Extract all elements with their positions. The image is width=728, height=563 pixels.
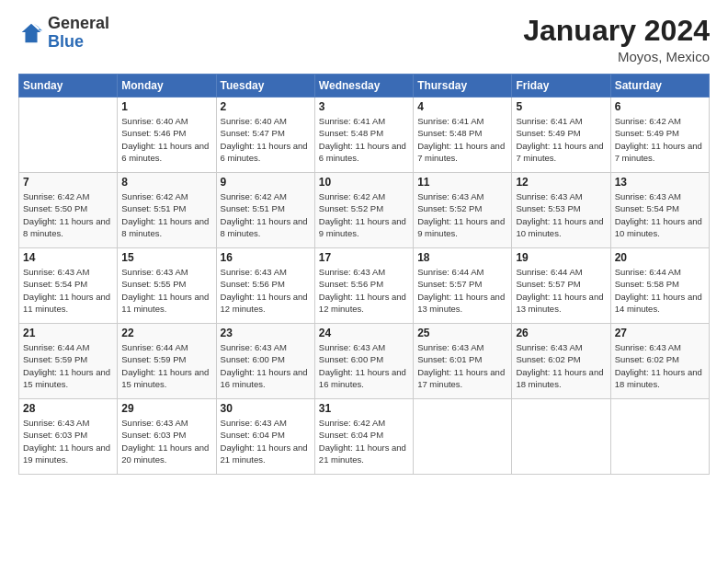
day-number: 5 [516,100,606,113]
day-cell: 18Sunrise: 6:44 AMSunset: 5:57 PMDayligh… [414,248,512,324]
month-year: January 2024 [523,15,710,47]
day-cell: 23Sunrise: 6:43 AMSunset: 6:00 PMDayligh… [216,324,314,399]
day-cell: 6Sunrise: 6:42 AMSunset: 5:49 PMDaylight… [610,98,709,173]
day-cell: 30Sunrise: 6:43 AMSunset: 6:04 PMDayligh… [216,399,314,475]
header-row: SundayMondayTuesdayWednesdayThursdayFrid… [19,75,710,98]
day-info: Sunrise: 6:42 AMSunset: 5:49 PMDaylight:… [615,115,705,164]
day-number: 1 [121,100,211,113]
day-info: Sunrise: 6:43 AMSunset: 6:02 PMDaylight:… [516,341,606,390]
day-cell: 31Sunrise: 6:42 AMSunset: 6:04 PMDayligh… [314,399,413,475]
calendar-table: SundayMondayTuesdayWednesdayThursdayFrid… [18,74,710,475]
day-number: 9 [221,176,311,189]
day-info: Sunrise: 6:40 AMSunset: 5:47 PMDaylight:… [221,115,311,164]
header: General Blue January 2024 Moyos, Mexico [18,15,710,64]
day-info: Sunrise: 6:42 AMSunset: 5:51 PMDaylight:… [221,190,311,239]
day-info: Sunrise: 6:41 AMSunset: 5:49 PMDaylight:… [516,115,606,164]
day-number: 17 [319,251,409,264]
header-cell-sunday: Sunday [19,75,118,98]
day-info: Sunrise: 6:43 AMSunset: 6:04 PMDaylight:… [221,417,311,465]
day-number: 21 [23,327,113,339]
day-cell: 2Sunrise: 6:40 AMSunset: 5:47 PMDaylight… [216,98,314,173]
day-cell: 20Sunrise: 6:44 AMSunset: 5:58 PMDayligh… [610,248,709,324]
day-info: Sunrise: 6:43 AMSunset: 5:55 PMDaylight:… [121,266,211,315]
day-number: 12 [516,176,606,189]
day-number: 14 [23,251,113,264]
header-cell-wednesday: Wednesday [314,75,413,98]
day-info: Sunrise: 6:43 AMSunset: 5:54 PMDaylight:… [615,190,705,239]
logo-text: General Blue [48,15,109,52]
location: Moyos, Mexico [523,49,710,64]
day-number: 15 [121,251,211,264]
day-cell: 8Sunrise: 6:42 AMSunset: 5:51 PMDaylight… [118,173,216,248]
day-cell: 29Sunrise: 6:43 AMSunset: 6:03 PMDayligh… [118,399,216,475]
day-number: 11 [417,176,507,189]
day-cell: 14Sunrise: 6:43 AMSunset: 5:54 PMDayligh… [19,248,118,324]
title-block: January 2024 Moyos, Mexico [523,15,710,64]
header-cell-tuesday: Tuesday [216,75,314,98]
day-cell: 17Sunrise: 6:43 AMSunset: 5:56 PMDayligh… [314,248,413,324]
day-info: Sunrise: 6:42 AMSunset: 5:50 PMDaylight:… [23,190,113,239]
day-cell: 15Sunrise: 6:43 AMSunset: 5:55 PMDayligh… [118,248,216,324]
week-row-3: 14Sunrise: 6:43 AMSunset: 5:54 PMDayligh… [19,248,710,324]
day-number: 20 [615,251,705,264]
day-number: 24 [319,327,409,339]
day-number: 19 [516,251,606,264]
day-number: 3 [319,100,409,113]
day-cell: 1Sunrise: 6:40 AMSunset: 5:46 PMDaylight… [118,98,216,173]
day-number: 26 [516,327,606,339]
day-info: Sunrise: 6:43 AMSunset: 5:52 PMDaylight:… [417,190,507,239]
day-cell: 16Sunrise: 6:43 AMSunset: 5:56 PMDayligh… [216,248,314,324]
day-cell: 22Sunrise: 6:44 AMSunset: 5:59 PMDayligh… [118,324,216,399]
week-row-4: 21Sunrise: 6:44 AMSunset: 5:59 PMDayligh… [19,324,710,399]
day-cell: 9Sunrise: 6:42 AMSunset: 5:51 PMDaylight… [216,173,314,248]
day-number: 18 [417,251,507,264]
day-cell [19,98,118,173]
day-info: Sunrise: 6:43 AMSunset: 6:03 PMDaylight:… [23,417,113,465]
day-cell: 3Sunrise: 6:41 AMSunset: 5:48 PMDaylight… [314,98,413,173]
header-cell-friday: Friday [512,75,610,98]
day-number: 2 [221,100,311,113]
day-number: 22 [121,327,211,339]
day-cell [414,399,512,475]
week-row-1: 1Sunrise: 6:40 AMSunset: 5:46 PMDaylight… [19,98,710,173]
day-number: 31 [319,402,409,415]
day-cell: 11Sunrise: 6:43 AMSunset: 5:52 PMDayligh… [414,173,512,248]
day-number: 7 [23,176,113,189]
day-info: Sunrise: 6:42 AMSunset: 5:51 PMDaylight:… [121,190,211,239]
day-cell: 27Sunrise: 6:43 AMSunset: 6:02 PMDayligh… [610,324,709,399]
day-cell [512,399,610,475]
day-number: 13 [615,176,705,189]
day-info: Sunrise: 6:44 AMSunset: 5:59 PMDaylight:… [121,341,211,390]
day-number: 16 [221,251,311,264]
day-number: 4 [417,100,507,113]
header-cell-thursday: Thursday [414,75,512,98]
day-cell: 10Sunrise: 6:42 AMSunset: 5:52 PMDayligh… [314,173,413,248]
day-cell: 25Sunrise: 6:43 AMSunset: 6:01 PMDayligh… [414,324,512,399]
day-info: Sunrise: 6:44 AMSunset: 5:57 PMDaylight:… [516,266,606,315]
day-info: Sunrise: 6:43 AMSunset: 6:00 PMDaylight:… [319,341,409,390]
header-cell-saturday: Saturday [610,75,709,98]
day-info: Sunrise: 6:44 AMSunset: 5:57 PMDaylight:… [417,266,507,315]
day-number: 28 [23,402,113,415]
day-info: Sunrise: 6:41 AMSunset: 5:48 PMDaylight:… [319,115,409,164]
day-cell: 19Sunrise: 6:44 AMSunset: 5:57 PMDayligh… [512,248,610,324]
day-cell: 21Sunrise: 6:44 AMSunset: 5:59 PMDayligh… [19,324,118,399]
day-number: 10 [319,176,409,189]
day-cell [610,399,709,475]
day-number: 23 [221,327,311,339]
week-row-5: 28Sunrise: 6:43 AMSunset: 6:03 PMDayligh… [19,399,710,475]
day-info: Sunrise: 6:43 AMSunset: 6:03 PMDaylight:… [121,417,211,465]
day-cell: 13Sunrise: 6:43 AMSunset: 5:54 PMDayligh… [610,173,709,248]
day-cell: 28Sunrise: 6:43 AMSunset: 6:03 PMDayligh… [19,399,118,475]
day-number: 6 [615,100,705,113]
header-cell-monday: Monday [118,75,216,98]
day-info: Sunrise: 6:43 AMSunset: 5:53 PMDaylight:… [516,190,606,239]
day-info: Sunrise: 6:42 AMSunset: 5:52 PMDaylight:… [319,190,409,239]
calendar-page: General Blue January 2024 Moyos, Mexico … [0,0,728,563]
day-info: Sunrise: 6:40 AMSunset: 5:46 PMDaylight:… [121,115,211,164]
day-number: 29 [121,402,211,415]
day-info: Sunrise: 6:43 AMSunset: 6:01 PMDaylight:… [417,341,507,390]
day-number: 8 [121,176,211,189]
day-info: Sunrise: 6:42 AMSunset: 6:04 PMDaylight:… [319,417,409,465]
day-cell: 7Sunrise: 6:42 AMSunset: 5:50 PMDaylight… [19,173,118,248]
